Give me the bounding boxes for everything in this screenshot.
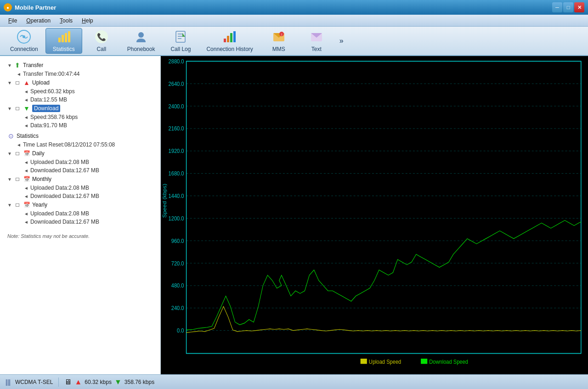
daily-expand-icon: □ (14, 150, 21, 157)
toolbar-statistics[interactable]: Statistics (45, 28, 82, 54)
signal-section: ||| WCDMA T-SEL (6, 378, 53, 386)
svg-point-1 (23, 35, 25, 38)
svg-rect-17 (233, 31, 236, 42)
daily-node: ▼ □ 📅 Daily (4, 149, 157, 158)
svg-rect-2 (58, 38, 61, 42)
toolbar-phonebook[interactable]: Phonebook (121, 28, 162, 54)
daily-downloaded-value: 12.67 MB (76, 167, 99, 174)
daily-download-bullet: ◄ (24, 168, 28, 173)
upload-data-bullet: ◄ (24, 97, 28, 102)
svg-text:!: ! (281, 33, 282, 37)
menu-operation[interactable]: Operation (22, 16, 55, 25)
maximize-button[interactable]: □ (563, 2, 573, 12)
upload-data-row: ◄ Data: 12.55 MB (4, 96, 157, 104)
toolbar-call[interactable]: 📞 Call (83, 28, 120, 54)
toolbar-connection[interactable]: Connection (4, 28, 45, 54)
toolbar-calllog[interactable]: Call Log (162, 28, 199, 54)
daily-label: Daily (32, 150, 45, 157)
daily-uploaded-text: Uploaded Data: (30, 159, 68, 165)
speed-section: 🖥 ▲ 60.32 kbps ▼ 358.76 kbps (64, 378, 154, 386)
more-button[interactable]: » (338, 35, 345, 47)
minimize-button[interactable]: ─ (552, 2, 562, 12)
menu-file[interactable]: File (4, 16, 22, 25)
menu-bar: File Operation Tools Help (0, 15, 588, 27)
upload-label: Upload (32, 79, 50, 86)
calllog-icon (173, 29, 188, 44)
menu-tools[interactable]: Tools (55, 16, 77, 25)
svg-text:1920.0: 1920.0 (169, 148, 184, 155)
toolbar-mms[interactable]: ! MMS (260, 28, 297, 54)
monthly-downloaded-value: 12.67 MB (76, 193, 99, 199)
transfer-time-row: ◄ Transfer Time: 00:47:44 (4, 70, 157, 78)
daily-downloaded-text: Downloaded Data: (30, 167, 76, 174)
monthly-downloaded-text: Downloaded Data: (30, 193, 76, 199)
menu-help[interactable]: Help (77, 16, 98, 25)
toolbar: Connection Statistics 📞 Call (0, 27, 588, 56)
statistics-tree-label: Statistics (17, 133, 39, 139)
app-title: Mobile Partner (15, 4, 56, 11)
upload-speed-value: 60.32 kbps (48, 88, 75, 95)
svg-text:960.0: 960.0 (171, 237, 184, 244)
upload-legend-label: Upload Speed (369, 359, 401, 366)
download-data-text: Data: (30, 122, 44, 129)
chart-area: 2880.0 2640.0 2400.0 2160.0 1920.0 1680.… (161, 56, 588, 374)
call-label: Call (96, 46, 106, 52)
transfer-time-bullet: ◄ (17, 72, 21, 77)
phonebook-label: Phonebook (127, 46, 155, 52)
call-icon: 📞 (94, 29, 109, 44)
toolbar-connhistory[interactable]: Connection History (200, 28, 259, 54)
download-data-row: ◄ Data: 91.70 MB (4, 121, 157, 130)
yearly-label: Yearly (32, 202, 47, 208)
yearly-download-bullet: ◄ (24, 220, 28, 225)
yearly-downloaded-value: 12.67 MB (76, 219, 99, 225)
text-label: Text (311, 46, 322, 52)
mms-label: MMS (272, 46, 285, 52)
daily-expand[interactable]: ▼ (7, 151, 13, 156)
svg-text:2400.0: 2400.0 (169, 103, 184, 110)
download-legend-color (421, 359, 427, 364)
monthly-expand[interactable]: ▼ (7, 177, 13, 182)
yearly-uploaded-text: Uploaded Data: (30, 210, 68, 217)
svg-text:480.0: 480.0 (171, 282, 184, 289)
yearly-downloaded-text: Downloaded Data: (30, 219, 76, 225)
download-arrow-icon: ▼ (114, 378, 122, 386)
network-name: WCDMA T-SEL (15, 379, 53, 385)
monthly-download-bullet: ◄ (24, 194, 28, 199)
toolbar-text[interactable]: Text (298, 28, 335, 54)
upload-expand[interactable]: ▼ (7, 80, 13, 85)
daily-download-row: ◄ Downloaded Data: 12.67 MB (4, 166, 157, 175)
connhistory-label: Connection History (206, 46, 253, 52)
monthly-upload-row: ◄ Uploaded Data: 2.08 MB (4, 184, 157, 192)
download-speed-text: Speed: (30, 114, 48, 120)
close-button[interactable]: ✕ (574, 2, 584, 12)
time-reset-value: 08/12/2012 07:55:08 (64, 141, 115, 148)
monthly-label: Monthly (32, 176, 51, 182)
yearly-expand-icon: □ (14, 201, 21, 209)
svg-text:720.0: 720.0 (171, 260, 184, 267)
transfer-expand[interactable]: ▼ (7, 63, 13, 68)
svg-rect-16 (230, 33, 232, 42)
transfer-time-value: 00:47:44 (58, 71, 80, 77)
download-expand[interactable]: ▼ (7, 106, 13, 111)
monthly-expand-icon: □ (14, 175, 21, 183)
connection-icon (17, 29, 31, 44)
svg-text:📞: 📞 (97, 33, 106, 41)
svg-rect-5 (68, 31, 70, 42)
network-status-icon: 🖥 (64, 378, 72, 386)
daily-upload-row: ◄ Uploaded Data: 2.08 MB (4, 158, 157, 166)
download-speed-value: 358.76 kbps (48, 114, 78, 120)
connhistory-icon (222, 29, 237, 44)
statistics-note: Note: Statistics may not be accurate. (4, 233, 157, 239)
download-speed-value: 358.76 kbps (124, 379, 154, 385)
yearly-expand[interactable]: ▼ (7, 203, 13, 208)
time-reset-text: Time Last Reset: (23, 141, 64, 148)
svg-text:240.0: 240.0 (171, 305, 184, 312)
download-expand-icon: □ (14, 105, 21, 112)
yearly-upload-row: ◄ Uploaded Data: 2.08 MB (4, 209, 157, 218)
monthly-icon: 📅 (23, 175, 30, 183)
time-reset-bullet: ◄ (17, 142, 21, 147)
upload-expand-icon: □ (14, 79, 21, 86)
upload-legend-color (361, 359, 367, 364)
upload-speed-bullet: ◄ (24, 89, 28, 94)
download-label[interactable]: Download (32, 105, 60, 112)
